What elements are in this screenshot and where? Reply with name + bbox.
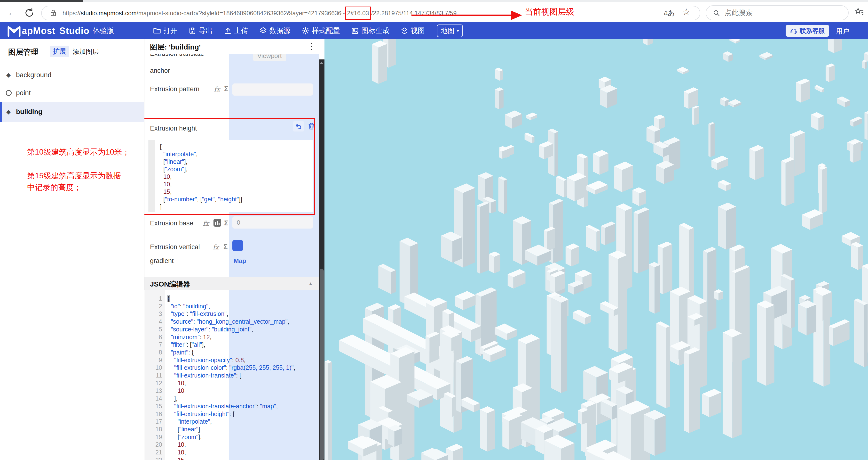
vertical-gradient-toggle[interactable] xyxy=(232,240,243,251)
mapmost-logo-icon xyxy=(7,25,21,37)
nav-item-datasource[interactable]: 数据源 xyxy=(259,26,290,36)
annotation-zoom-box: 2#16.03 xyxy=(345,6,371,20)
address-bar[interactable]: https://studio.mapmost.com/mapmost-studi… xyxy=(41,6,700,20)
search-placeholder: 点此搜索 xyxy=(724,8,753,18)
annotation-arrow xyxy=(411,15,512,16)
refresh-icon[interactable] xyxy=(24,8,34,18)
nav-item-view[interactable]: 视图 xyxy=(401,26,425,36)
chevron-down-icon: ▾ xyxy=(457,28,459,33)
search-icon xyxy=(712,9,720,17)
app-root: ← https://studio.mapmost.com/mapmost-stu… xyxy=(0,0,868,460)
layer-row-background[interactable]: ◆background xyxy=(0,66,144,84)
json-line-numbers: 12345678910111213141516171819202122 xyxy=(145,290,165,460)
bar-chart-icon[interactable] xyxy=(214,219,221,227)
folder-icon xyxy=(153,27,161,35)
extrusion-pattern-label: Extrusion pattern xyxy=(150,85,199,93)
panel-title: 图层: 'building' xyxy=(150,42,200,52)
trash-icon xyxy=(307,122,315,130)
brand-logo[interactable]: apMost Studio 体验版 xyxy=(7,22,114,39)
sidebar-title: 图层管理 xyxy=(8,47,38,57)
annotation-zoom-label: 当前视图层级 xyxy=(525,6,574,18)
json-editor-header[interactable]: JSON编辑器 ▲ xyxy=(145,277,319,290)
gear-icon xyxy=(302,27,309,35)
json-editor[interactable]: 12345678910111213141516171819202122 { "i… xyxy=(145,290,319,460)
browser-toolbar: ← https://studio.mapmost.com/mapmost-stu… xyxy=(0,2,868,22)
top-navbar: apMost Studio 体验版 打开导出上传数据源样式配置图标生成视图地图▾… xyxy=(0,22,868,39)
lock-icon xyxy=(50,9,57,17)
extrusion-height-label: Extrusion height xyxy=(150,125,197,132)
diamond-icon: ◆ xyxy=(5,109,12,115)
extrusion-base-input[interactable]: 0 xyxy=(232,217,313,229)
extrusion-base-label: Extrusion base xyxy=(150,220,193,227)
height-expression-code: [ "interpolate", ["linear"], ["zoom"], 1… xyxy=(160,143,242,210)
back-icon[interactable]: ← xyxy=(7,6,18,19)
map-canvas xyxy=(324,39,868,460)
kebab-menu-icon[interactable]: ⋮ xyxy=(307,41,316,52)
annotation-arrowhead xyxy=(511,11,522,20)
browser-tabstrip xyxy=(0,0,868,2)
upload-icon xyxy=(224,27,232,35)
sigma-icon[interactable]: Σ xyxy=(224,85,228,93)
extrusion-pattern-input[interactable] xyxy=(232,83,313,95)
panel-scrollbar[interactable] xyxy=(319,59,324,460)
layer-row-point[interactable]: point xyxy=(0,84,144,102)
translate-icon[interactable]: aあ xyxy=(664,8,675,18)
layer-row-building[interactable]: ◆building xyxy=(0,102,144,122)
gradient-label: gradient xyxy=(150,257,174,265)
nav-item-export[interactable]: 导出 xyxy=(188,26,213,36)
fx-icon[interactable]: fx xyxy=(213,243,219,251)
scrollbar-thumb[interactable] xyxy=(320,269,324,460)
layer-list: ◆backgroundpoint◆building xyxy=(0,66,144,122)
brand-badge: 体验版 xyxy=(93,26,114,36)
annotation-note-1: 第10级建筑高度显示为10米； xyxy=(27,146,130,158)
export-icon xyxy=(188,27,196,35)
datasource-icon xyxy=(259,27,267,35)
view-icon xyxy=(401,27,408,35)
contact-support-button[interactable]: 联系客服 xyxy=(785,25,829,37)
brand-name: apMost xyxy=(22,26,56,36)
nav-item-icon-generate[interactable]: 图标生成 xyxy=(351,26,390,36)
nav-item-open[interactable]: 打开 xyxy=(153,26,177,36)
undo-button[interactable] xyxy=(293,121,304,132)
quick-search-box[interactable]: 点此搜索 xyxy=(706,5,848,20)
map-mode-dropdown[interactable]: 地图▾ xyxy=(437,25,463,37)
brand-product: Studio xyxy=(59,26,89,36)
fx-icon[interactable]: fx xyxy=(203,220,209,227)
extrusion-vertical-label: Extrusion vertical xyxy=(150,243,200,251)
delete-button[interactable] xyxy=(307,122,315,131)
nav-item-upload[interactable]: 上传 xyxy=(224,26,248,36)
sigma-icon[interactable]: Σ xyxy=(224,219,228,227)
url-text: https://studio.mapmost.com/mapmost-studi… xyxy=(63,9,457,18)
tabstrip-edge xyxy=(0,0,83,2)
add-layer-button[interactable]: 添加图层 xyxy=(73,47,99,56)
topnav-menu: 打开导出上传数据源样式配置图标生成视图地图▾ xyxy=(153,22,463,39)
favorite-star-icon[interactable]: ☆ xyxy=(682,7,690,17)
json-code: { "id": "building", "type": "fill-extrus… xyxy=(167,295,319,460)
layer-properties-panel: Extrusion translate Map Viewport 图层: 'bu… xyxy=(144,39,319,460)
map-view[interactable] xyxy=(324,39,868,460)
undo-icon xyxy=(295,123,302,130)
circle-icon xyxy=(6,90,12,96)
sigma-icon[interactable]: Σ xyxy=(223,243,227,251)
editor-gutter xyxy=(149,140,155,212)
json-editor-title: JSON编辑器 xyxy=(150,280,190,289)
diamond-icon: ◆ xyxy=(5,71,12,78)
collapse-icon[interactable]: ▲ xyxy=(308,281,313,286)
fx-icon[interactable]: fx xyxy=(214,85,220,93)
headset-icon xyxy=(790,27,797,34)
height-expression-editor[interactable]: [ "interpolate", ["linear"], ["zoom"], 1… xyxy=(149,140,313,212)
user-menu[interactable]: 用户 xyxy=(836,27,849,36)
layer-sidebar: 图层管理 扩展 添加图层 ◆backgroundpoint◆building 第… xyxy=(0,39,144,460)
bookmarks-list-icon[interactable] xyxy=(855,7,864,17)
panel-header: 图层: 'building' ⋮ xyxy=(145,39,319,54)
scrollbar-up-arrow[interactable] xyxy=(320,62,323,64)
expand-tab[interactable]: 扩展 xyxy=(50,46,69,57)
image-icon xyxy=(351,27,359,35)
anchor-label: anchor xyxy=(150,67,170,75)
annotation-note-2: 第15级建筑高度显示为数据 中记录的高度； xyxy=(27,170,121,193)
nav-item-style-config[interactable]: 样式配置 xyxy=(302,26,340,36)
